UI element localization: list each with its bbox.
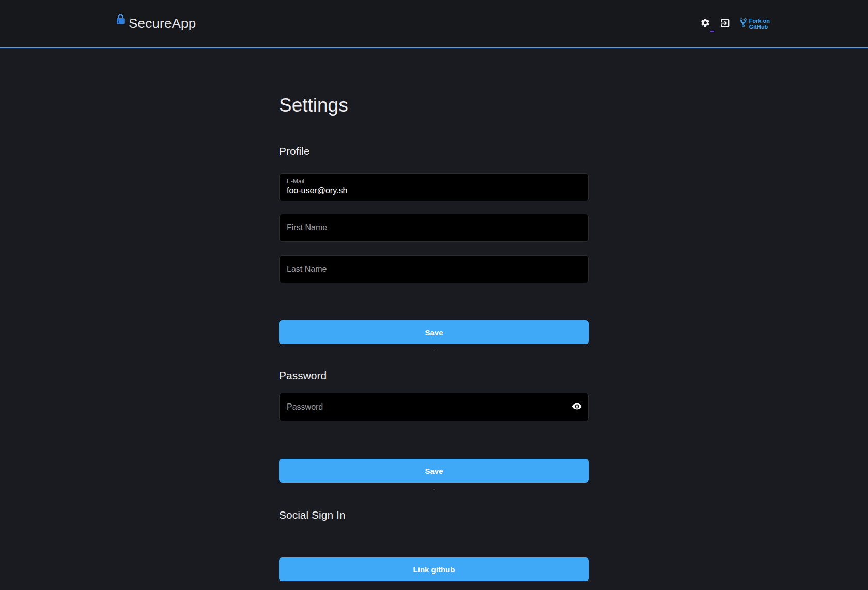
- last-name-input[interactable]: [279, 255, 589, 283]
- profile-form-message: .: [279, 347, 589, 352]
- password-form-message: .: [279, 485, 589, 490]
- fork-link-text: Fork on GitHub: [749, 18, 770, 30]
- lock-icon: [116, 14, 125, 27]
- eye-icon: [572, 401, 582, 413]
- gear-icon: [700, 18, 710, 29]
- git-fork-icon: [740, 18, 747, 30]
- password-input[interactable]: [279, 393, 589, 421]
- profile-heading: Profile: [279, 145, 589, 158]
- link-github-button[interactable]: Link github: [279, 557, 589, 581]
- password-field-wrap: [279, 393, 589, 421]
- toggle-password-visibility-button[interactable]: [570, 401, 583, 413]
- page-title: Settings: [279, 95, 589, 116]
- profile-section: Profile E-Mail Save .: [279, 145, 589, 352]
- gear-underscore-mark: [710, 31, 714, 32]
- save-profile-button[interactable]: Save: [279, 320, 589, 344]
- app-name: SecureApp: [129, 15, 196, 32]
- social-sign-in-heading: Social Sign In: [279, 509, 589, 521]
- fork-on-github-link[interactable]: Fork on GitHub: [740, 18, 770, 30]
- logout-icon: [720, 18, 731, 30]
- save-password-button[interactable]: Save: [279, 459, 589, 483]
- settings-button[interactable]: [700, 18, 711, 29]
- password-heading: Password: [279, 369, 589, 382]
- email-label: E-Mail: [287, 178, 581, 185]
- email-input[interactable]: [287, 185, 581, 195]
- app-logo[interactable]: SecureApp: [116, 15, 196, 32]
- first-name-input[interactable]: [279, 214, 589, 242]
- app-header: SecureApp Fork: [0, 0, 868, 48]
- password-section: Password Save .: [279, 369, 589, 490]
- header-actions: Fork on GitHub: [700, 18, 770, 30]
- social-sign-in-section: Social Sign In Link github: [279, 509, 589, 581]
- settings-page: Settings Profile E-Mail Save . Password: [279, 95, 589, 581]
- email-field[interactable]: E-Mail: [279, 173, 589, 201]
- logout-button[interactable]: [720, 18, 731, 29]
